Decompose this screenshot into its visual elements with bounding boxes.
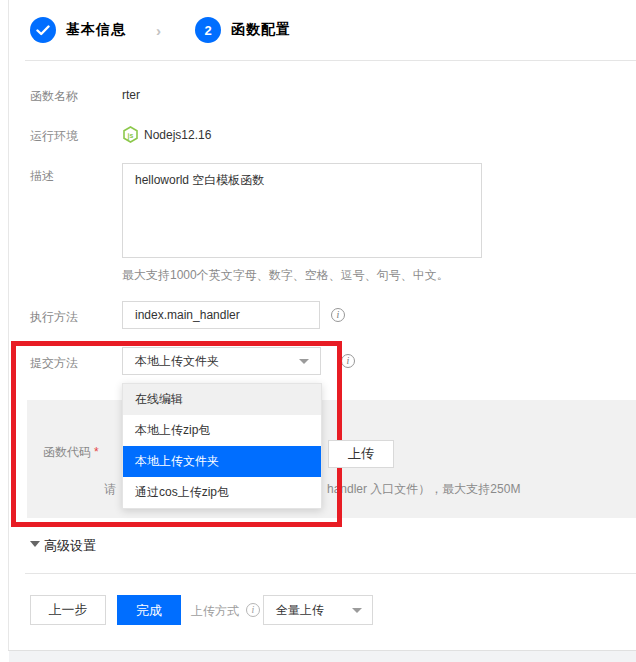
chevron-down-icon xyxy=(299,359,309,364)
submit-method-selected-value: 本地上传文件夹 xyxy=(135,354,219,368)
chevron-down-icon xyxy=(352,608,362,613)
handler-input[interactable]: index.main_handler xyxy=(122,301,320,329)
function-name-label: 函数名称 xyxy=(30,88,78,105)
svg-text:js: js xyxy=(127,132,134,140)
previous-step-button[interactable]: 上一步 xyxy=(30,595,106,625)
advanced-settings-toggle[interactable]: 高级设置 xyxy=(44,537,96,555)
handler-info-icon[interactable]: i xyxy=(331,308,345,322)
step1-label: 基本信息 xyxy=(66,21,126,39)
required-asterisk: * xyxy=(94,445,99,459)
step-separator-chevron-icon: › xyxy=(156,22,161,39)
description-label: 描述 xyxy=(30,168,54,185)
runtime-label: 运行环境 xyxy=(30,128,78,145)
submit-method-info-icon[interactable]: i xyxy=(341,354,355,368)
submit-method-dropdown: 在线编辑 本地上传zip包 本地上传文件夹 通过cos上传zip包 xyxy=(122,383,322,509)
triangle-down-icon xyxy=(30,541,40,547)
panel-left-border xyxy=(8,0,9,651)
function-config-page: 基本信息 › 2 函数配置 函数名称 rter 运行环境 js Nodejs12… xyxy=(0,0,636,662)
upload-mode-label: 上传方式 xyxy=(191,603,239,620)
upload-button[interactable]: 上传 xyxy=(328,440,394,468)
check-icon xyxy=(36,25,50,36)
submit-method-label: 提交方法 xyxy=(30,355,78,372)
description-hint: 最大支持1000个英文字母、数字、空格、逗号、句号、中文。 xyxy=(122,267,449,284)
step1-check-circle xyxy=(30,17,56,43)
step2-number: 2 xyxy=(204,23,211,38)
page-bottom-strip xyxy=(9,651,636,662)
code-hint-right-fragment: handler 入口文件），最大支持250M xyxy=(327,481,520,498)
handler-label: 执行方法 xyxy=(30,309,78,326)
description-textarea[interactable]: helloworld 空白模板函数 xyxy=(122,163,482,258)
runtime-value: Nodejs12.16 xyxy=(144,128,211,142)
upload-mode-info-icon[interactable]: i xyxy=(246,603,260,617)
nodejs-icon: js xyxy=(122,126,139,143)
dropdown-option-local-zip[interactable]: 本地上传zip包 xyxy=(123,415,321,446)
code-hint-left-fragment: 请 xyxy=(104,481,116,498)
upload-mode-value: 全量上传 xyxy=(276,596,324,624)
dropdown-option-cos-zip[interactable]: 通过cos上传zip包 xyxy=(123,477,321,508)
header-divider xyxy=(25,60,636,61)
step2-number-circle: 2 xyxy=(195,17,221,43)
step2-label: 函数配置 xyxy=(231,21,291,39)
submit-method-select[interactable]: 本地上传文件夹 xyxy=(122,347,321,375)
finish-button[interactable]: 完成 xyxy=(117,595,181,625)
upload-mode-select[interactable]: 全量上传 xyxy=(263,595,373,625)
function-code-label: 函数代码* xyxy=(43,444,99,461)
wizard-stepper: 基本信息 › 2 函数配置 xyxy=(30,16,291,44)
function-name-value: rter xyxy=(122,88,140,102)
footer-divider xyxy=(25,573,636,574)
dropdown-option-local-folder[interactable]: 本地上传文件夹 xyxy=(123,446,321,477)
dropdown-option-online-edit[interactable]: 在线编辑 xyxy=(123,384,321,415)
